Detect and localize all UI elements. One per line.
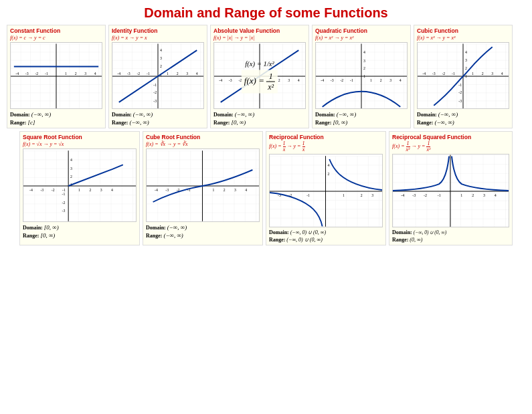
dr-sqrt: Domain: [0, ∞) Range: [0, ∞) bbox=[23, 224, 137, 239]
svg-text:-3: -3 bbox=[331, 78, 334, 82]
graph-absval: -4 -3 -2 -1 1 2 3 4 f(x) = 1/x² bbox=[213, 42, 306, 109]
svg-text:3: 3 bbox=[160, 56, 162, 60]
dr-constant: Domain: (−∞, ∞) Range: [c] bbox=[10, 111, 102, 126]
svg-text:4: 4 bbox=[94, 72, 96, 76]
card-recip: Reciprocal Function f(x) = 1x → y = 1x bbox=[266, 131, 386, 245]
svg-text:2: 2 bbox=[472, 193, 474, 197]
svg-text:-3: -3 bbox=[432, 72, 436, 76]
svg-text:-1: -1 bbox=[62, 188, 66, 192]
svg-text:2: 2 bbox=[160, 64, 162, 68]
svg-text:4: 4 bbox=[400, 78, 402, 82]
formula-sqrt: f(x) = √x → y = √x bbox=[23, 141, 137, 147]
dr-absval: Domain: (−∞, ∞) Range: [0, ∞) bbox=[213, 111, 306, 126]
formula-identity: f(x) = x → y = x bbox=[112, 35, 204, 41]
svg-text:1: 1 bbox=[78, 188, 80, 192]
svg-text:-3: -3 bbox=[40, 188, 43, 192]
svg-text:2: 2 bbox=[75, 72, 77, 76]
svg-text:2: 2 bbox=[327, 172, 329, 176]
svg-text:-1: -1 bbox=[45, 72, 48, 76]
formula-cbrt: f(x) = ∛x → y = ∛x bbox=[146, 141, 260, 147]
svg-text:1: 1 bbox=[65, 72, 67, 76]
graph-cbrt: -4 -3 -2 -1 1 2 3 4 bbox=[146, 148, 260, 222]
svg-text:-2: -2 bbox=[52, 188, 55, 192]
svg-text:-4: -4 bbox=[117, 72, 120, 76]
svg-text:3: 3 bbox=[288, 78, 290, 82]
svg-text:-4: -4 bbox=[29, 188, 33, 192]
svg-text:3: 3 bbox=[465, 58, 467, 62]
svg-text:-4: -4 bbox=[219, 78, 222, 82]
svg-text:-2: -2 bbox=[238, 78, 242, 82]
svg-text:2: 2 bbox=[363, 66, 365, 70]
title-quadratic: Quadratic Function bbox=[315, 27, 408, 34]
title-constant: Constant Function bbox=[10, 27, 102, 34]
svg-text:-2: -2 bbox=[62, 201, 66, 205]
graph-constant: -4 -3 -2 -1 1 2 3 4 bbox=[10, 42, 102, 109]
page: Domain and Range of some Functions Const… bbox=[0, 0, 532, 414]
svg-text:1: 1 bbox=[268, 78, 270, 82]
card-recip-sq: Reciprocal Squared Function f(x) = 1x² →… bbox=[389, 131, 513, 245]
svg-text:3: 3 bbox=[483, 193, 485, 197]
title-recip-sq: Reciprocal Squared Function bbox=[392, 134, 509, 140]
svg-text:4: 4 bbox=[501, 72, 503, 76]
title-identity: Identity Function bbox=[112, 27, 204, 34]
svg-text:-2: -2 bbox=[458, 90, 462, 94]
page-title: Domain and Range of some Functions bbox=[7, 5, 525, 21]
svg-text:4: 4 bbox=[111, 188, 113, 192]
svg-text:4: 4 bbox=[363, 50, 365, 54]
title-recip: Reciprocal Function bbox=[269, 134, 383, 140]
svg-text:4: 4 bbox=[465, 50, 467, 54]
svg-text:4: 4 bbox=[298, 78, 300, 82]
svg-text:1: 1 bbox=[370, 78, 372, 82]
svg-text:-1: -1 bbox=[153, 83, 157, 87]
card-cbrt: Cube Root Function f(x) = ∛x → y = ∛x -4… bbox=[143, 131, 263, 245]
svg-text:3: 3 bbox=[491, 72, 493, 76]
formula-recip-sq: f(x) = 1x² → y = 1x² bbox=[392, 141, 509, 152]
svg-text:f(x) = 1/x²: f(x) = 1/x² bbox=[245, 60, 274, 68]
row2: Square Root Function f(x) = √x → y = √x … bbox=[7, 131, 525, 245]
svg-text:-2: -2 bbox=[442, 72, 445, 76]
graph-recip-sq: -4 -3 -2 -1 1 2 3 4 bbox=[392, 154, 509, 227]
svg-text:-2: -2 bbox=[424, 193, 427, 197]
svg-text:-3: -3 bbox=[412, 193, 416, 197]
svg-text:3: 3 bbox=[84, 72, 86, 76]
graph-recip: -3 -2 -1 1 2 3 4 2 bbox=[269, 154, 383, 227]
card-sqrt: Square Root Function f(x) = √x → y = √x … bbox=[19, 131, 140, 245]
svg-text:-3: -3 bbox=[458, 99, 462, 103]
card-constant: Constant Function f(x) = c → y = c bbox=[7, 25, 106, 128]
formula-quadratic: f(x) = x² → y = x² bbox=[315, 35, 408, 41]
title-cubic: Cubic Function bbox=[417, 27, 509, 34]
svg-text:-4: -4 bbox=[321, 78, 324, 82]
svg-text:-4: -4 bbox=[401, 193, 404, 197]
svg-text:3: 3 bbox=[70, 167, 72, 171]
svg-text:2: 2 bbox=[361, 193, 363, 197]
svg-text:-1: -1 bbox=[350, 78, 353, 82]
svg-text:-4: -4 bbox=[155, 188, 158, 192]
svg-text:1: 1 bbox=[363, 74, 365, 78]
svg-text:-1: -1 bbox=[306, 193, 310, 197]
svg-text:-4: -4 bbox=[422, 72, 426, 76]
dr-cbrt: Domain: (−∞, ∞) Range: (−∞, ∞) bbox=[146, 224, 260, 239]
card-absval: Absolute Value Function f(x) = |x| → y =… bbox=[210, 25, 309, 128]
svg-text:2: 2 bbox=[482, 72, 484, 76]
svg-text:1: 1 bbox=[460, 193, 462, 197]
card-identity: Identity Function f(x) = x → y = x -4 -3 bbox=[108, 25, 207, 128]
title-cbrt: Cube Root Function bbox=[146, 134, 260, 140]
svg-text:-3: -3 bbox=[127, 72, 130, 76]
dr-recip: Domain: (−∞, 0) ∪ (0, ∞) Range: (−∞, 0) … bbox=[269, 229, 383, 243]
svg-text:4: 4 bbox=[327, 163, 329, 167]
svg-text:-1: -1 bbox=[438, 193, 441, 197]
graph-cubic: -4 -3 -2 -1 1 2 3 4 4 3 2 1 -1 -2 -3 bbox=[417, 42, 509, 109]
dr-identity: Domain: (−∞, ∞) Range: (−∞, ∞) bbox=[112, 111, 204, 126]
dr-cubic: Domain: (−∞, ∞) Range: (−∞, ∞) bbox=[417, 111, 509, 126]
svg-text:4: 4 bbox=[495, 193, 497, 197]
svg-text:4: 4 bbox=[196, 72, 198, 76]
svg-text:2: 2 bbox=[89, 188, 91, 192]
row1: Constant Function f(x) = c → y = c bbox=[7, 25, 525, 128]
svg-text:1: 1 bbox=[167, 72, 169, 76]
svg-text:4: 4 bbox=[245, 188, 247, 192]
card-quadratic: Quadratic Function f(x) = x² → y = x² -4… bbox=[312, 25, 411, 128]
title-absval: Absolute Value Function bbox=[213, 27, 306, 34]
svg-text:3: 3 bbox=[100, 188, 102, 192]
svg-text:-2: -2 bbox=[153, 90, 157, 94]
formula-recip: f(x) = 1x → y = 1x bbox=[269, 141, 383, 152]
